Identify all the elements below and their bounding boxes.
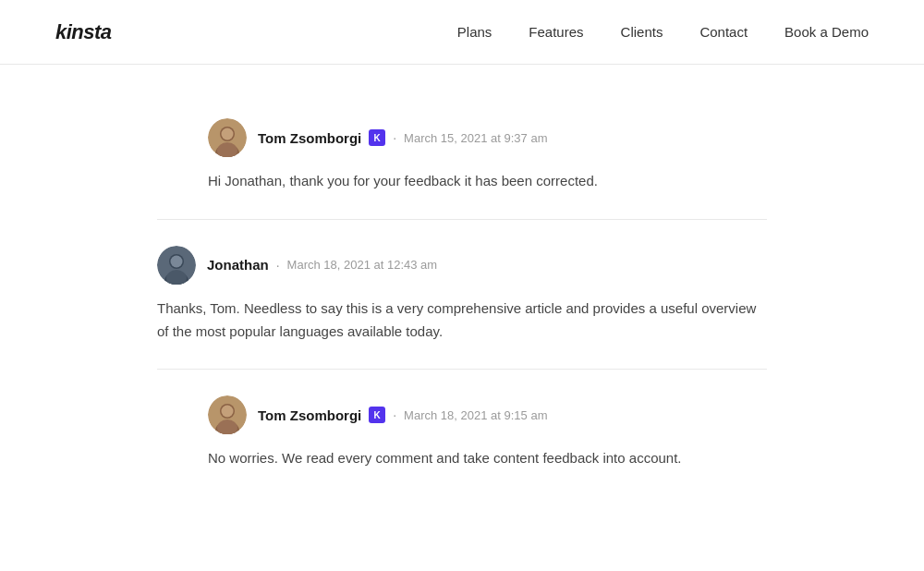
- site-header: kinsta Plans Features Clients Contact Bo…: [0, 0, 924, 65]
- comment-item: Jonathan · March 18, 2021 at 12:43 am Th…: [157, 220, 767, 371]
- comment-separator: ·: [276, 258, 280, 273]
- avatar: [208, 118, 247, 157]
- comment-body: Thanks, Tom. Needless to say this is a v…: [157, 298, 767, 344]
- author-info: Tom Zsomborgi K · March 18, 2021 at 9:15…: [258, 407, 547, 423]
- comment-header: Tom Zsomborgi K · March 15, 2021 at 9:37…: [208, 118, 767, 157]
- comment-separator: ·: [393, 130, 396, 145]
- comment-date: March 18, 2021 at 9:15 am: [404, 408, 547, 422]
- author-name: Jonathan: [207, 257, 269, 273]
- nav-clients[interactable]: Clients: [621, 24, 663, 40]
- comment-date: March 15, 2021 at 9:37 am: [404, 131, 547, 145]
- author-name: Tom Zsomborgi: [258, 407, 361, 423]
- logo-text: kinsta: [55, 20, 112, 43]
- svg-point-12: [222, 406, 234, 418]
- comment-item: Tom Zsomborgi K · March 18, 2021 at 9:15…: [157, 370, 767, 496]
- avatar: [157, 246, 196, 285]
- nav-plans[interactable]: Plans: [457, 24, 492, 40]
- comment-body: No worries. We read every comment and ta…: [208, 447, 767, 470]
- nav-book-demo[interactable]: Book a Demo: [784, 24, 869, 40]
- author-info: Tom Zsomborgi K · March 15, 2021 at 9:37…: [258, 129, 547, 146]
- svg-point-2: [222, 128, 234, 140]
- comment-separator: ·: [393, 407, 396, 422]
- comment-header: Tom Zsomborgi K · March 18, 2021 at 9:15…: [208, 395, 767, 434]
- nav-contact[interactable]: Contact: [699, 24, 748, 40]
- comments-section: Tom Zsomborgi K · March 15, 2021 at 9:37…: [139, 65, 785, 524]
- author-info: Jonathan · March 18, 2021 at 12:43 am: [207, 257, 437, 273]
- avatar: [208, 395, 247, 434]
- site-logo[interactable]: kinsta: [55, 20, 112, 44]
- author-name: Tom Zsomborgi: [258, 130, 361, 146]
- kinsta-badge: K: [369, 129, 385, 146]
- svg-point-7: [171, 255, 183, 267]
- comment-header: Jonathan · March 18, 2021 at 12:43 am: [157, 246, 767, 285]
- comment-item: Tom Zsomborgi K · March 15, 2021 at 9:37…: [157, 92, 767, 220]
- kinsta-badge: K: [369, 407, 385, 423]
- main-nav: Plans Features Clients Contact Book a De…: [457, 24, 869, 40]
- comment-date: March 18, 2021 at 12:43 am: [287, 258, 438, 272]
- nav-features[interactable]: Features: [529, 24, 583, 40]
- comment-body: Hi Jonathan, thank you for your feedback…: [208, 170, 767, 193]
